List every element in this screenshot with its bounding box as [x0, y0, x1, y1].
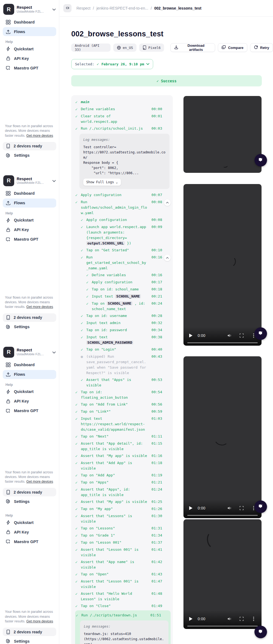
sidebar-item-settings[interactable]: Settings: [3, 150, 56, 161]
volume-icon[interactable]: [226, 506, 233, 510]
step-row[interactable]: ✓Tap on "Close"01:49: [75, 603, 171, 610]
step-row[interactable]: ✓Clear state of world.respect.app00:01: [75, 113, 171, 125]
workspace-switcher[interactable]: R Respect UstadMobile FZL...: [3, 171, 56, 188]
compare-button[interactable]: Compare: [218, 43, 247, 52]
step-row[interactable]: ✓Apply configuration00:08: [81, 217, 171, 223]
video-surface[interactable]: 0:00: [183, 356, 262, 518]
step-row[interactable]: ✓Tap on "Lesson 001"01:37: [75, 539, 171, 546]
step-row[interactable]: ✓Apply configuration00:07: [75, 192, 171, 199]
volume-icon[interactable]: [226, 617, 233, 621]
sidebar-item-quickstart[interactable]: Quickstart: [3, 387, 56, 396]
sidebar-item-settings[interactable]: Settings: [3, 322, 56, 332]
sidebar-item-dashboard[interactable]: Dashboard: [3, 360, 56, 369]
sidebar-item-dashboard[interactable]: Dashboard: [3, 189, 56, 198]
step-row[interactable]: ✓Tap on "Apps"01:21: [75, 479, 171, 486]
play-button[interactable]: [187, 333, 194, 338]
devices-ready-status[interactable]: 2 devices ready: [3, 313, 56, 322]
sidebar-item-flows[interactable]: Flows: [3, 370, 56, 379]
sidebar-item-flows[interactable]: Flows: [3, 199, 56, 208]
step-row[interactable]: ✓Assert that "App name" is visible01:42: [75, 559, 171, 571]
fullscreen-icon[interactable]: [238, 617, 245, 621]
sidebar-item-api-key[interactable]: API Key: [3, 528, 56, 537]
sidebar-item-quickstart[interactable]: Quickstart: [3, 518, 56, 527]
assistant-fab-button[interactable]: [254, 327, 267, 340]
sidebar-item-api-key[interactable]: API Key: [3, 54, 56, 63]
step-row[interactable]: ✓Assert that "My app" is visible01:25: [75, 499, 171, 505]
step-row[interactable]: ✓Tap on "Grade 1"01:34: [75, 532, 171, 539]
video-surface[interactable]: [183, 96, 262, 173]
step-row[interactable]: ✓Tap on "Add App"01:19: [75, 472, 171, 479]
step-row[interactable]: ✓Tap on "Get Started"00:10: [81, 247, 171, 254]
step-row[interactable]: ✓Tap on "Add from Link"00:56: [75, 401, 171, 408]
devices-ready-status[interactable]: 2 devices ready: [3, 488, 56, 496]
collapse-step-button[interactable]: [164, 199, 171, 206]
step-row[interactable]: ✓Assert that "Lesson 001" is visible01:4…: [75, 578, 171, 590]
sidebar-item-flows[interactable]: Flows: [3, 27, 56, 36]
collapse-sidebar-button[interactable]: [63, 4, 72, 12]
step-row[interactable]: ✓Tap on "My app"01:26: [75, 506, 171, 512]
retry-button[interactable]: Retry: [250, 43, 273, 52]
video-surface[interactable]: 0:00: [183, 519, 262, 629]
breadcrumb-run[interactable]: jenkins-RESPECT-end-to-en...: [96, 6, 148, 10]
step-row[interactable]: ✓Input text SCHOOL_ADMIN_PASSWORD00:38: [81, 334, 171, 346]
step-row[interactable]: ✓Run /./scripts/teardown.js01:51: [76, 612, 170, 619]
get-more-devices-link[interactable]: Get more devices: [26, 619, 53, 623]
step-row[interactable]: ✓Run get_started_select_school_by_name.y…: [81, 254, 171, 272]
play-button[interactable]: [187, 617, 194, 621]
kebab-menu-icon[interactable]: [250, 617, 257, 621]
step-row[interactable]: ✓Input text https://respect.world/respec…: [75, 415, 171, 433]
step-row[interactable]: ✓Tap on "Next"01:11: [75, 433, 171, 440]
sidebar-item-quickstart[interactable]: Quickstart: [3, 216, 56, 225]
step-row[interactable]: ✓Assert that "Hello World Lesson" is vis…: [75, 590, 171, 602]
get-more-devices-link[interactable]: Get more devices: [26, 134, 53, 138]
run-selector-dropdown[interactable]: Selected: ✓ February 26, 9:10 pm: [71, 59, 153, 69]
step-row[interactable]: ●(skipped) Run save_password_prompt_canc…: [81, 353, 171, 376]
assistant-fab-button[interactable]: [254, 154, 267, 167]
assistant-fab-button[interactable]: [254, 500, 267, 513]
step-row[interactable]: ✓Tap on SCHOOL_NAME , id: school_name_te…: [86, 300, 171, 312]
step-row[interactable]: ✓Assert that "Add App" is visible01:18: [75, 460, 171, 472]
video-surface[interactable]: 0:00: [183, 184, 262, 346]
video-progress-bar[interactable]: [187, 515, 258, 516]
sidebar-item-dashboard[interactable]: Dashboard: [3, 18, 56, 27]
fullscreen-icon[interactable]: [238, 333, 245, 338]
step-row[interactable]: ✓Tap on id: password00:34: [81, 327, 171, 334]
step-row[interactable]: ✓Tap on "Link*"00:59: [75, 408, 171, 415]
step-row[interactable]: ✓Assert that "My app" is visible01:16: [75, 453, 171, 459]
sidebar-item-maestro-gpt[interactable]: Maestro GPT: [3, 537, 56, 546]
step-row[interactable]: ✓Launch app world.respect.app (launch ar…: [81, 224, 171, 247]
step-row[interactable]: ✓Tap on id: floating_action_button00:54: [75, 389, 171, 401]
devices-ready-status[interactable]: 2 devices ready: [3, 142, 56, 150]
video-progress-bar[interactable]: [187, 342, 258, 343]
sidebar-item-api-key[interactable]: API Key: [3, 225, 56, 234]
get-more-devices-link[interactable]: Get more devices: [26, 480, 53, 483]
step-row[interactable]: ✓Apply configuration00:17: [86, 279, 171, 286]
sidebar-item-quickstart[interactable]: Quickstart: [3, 44, 56, 53]
sidebar-item-settings[interactable]: Settings: [3, 636, 56, 644]
step-row[interactable]: ✓Input text admin00:32: [81, 320, 171, 327]
step-row[interactable]: ✓main: [75, 99, 171, 106]
fullscreen-icon[interactable]: [238, 506, 245, 510]
breadcrumb-workspace[interactable]: Respect: [76, 6, 90, 10]
workspace-switcher[interactable]: R Respect UstadMobile FZL...: [3, 343, 56, 360]
step-row[interactable]: ✓Tap on id: school_name00:18: [86, 286, 171, 293]
workspace-switcher[interactable]: R Respect UstadMobile FZL...: [3, 0, 56, 17]
sidebar-item-maestro-gpt[interactable]: Maestro GPT: [3, 406, 56, 415]
sidebar-item-api-key[interactable]: API Key: [3, 397, 56, 406]
show-full-logs-button[interactable]: Show Full Logs ⌄: [83, 179, 121, 186]
step-row[interactable]: ✓Assert that "Lessons" is visible01:30: [75, 513, 171, 525]
sidebar-item-maestro-gpt[interactable]: Maestro GPT: [3, 63, 56, 72]
download-artifacts-button[interactable]: Download artifacts: [170, 43, 215, 52]
step-row[interactable]: ✓Run /./scripts/school_init.js00:03: [75, 125, 171, 132]
step-row[interactable]: ✓Tap on "Open"01:43: [75, 571, 171, 578]
step-row[interactable]: ✓Tap on "Login"00:40: [81, 346, 171, 353]
video-progress-bar[interactable]: [187, 626, 258, 627]
sidebar-item-settings[interactable]: Settings: [3, 496, 56, 506]
step-row[interactable]: ✓Assert that "Lesson 001" is visible01:4…: [75, 546, 171, 558]
play-button[interactable]: [187, 506, 194, 510]
step-row[interactable]: ✓Tap on id: username00:28: [81, 313, 171, 319]
step-row[interactable]: ✓Define variables00:16: [86, 272, 171, 279]
assistant-fab-button[interactable]: [254, 626, 267, 638]
get-more-devices-link[interactable]: Get more devices: [26, 305, 53, 309]
step-row[interactable]: ✓Assert that "App detail", id: app_title…: [75, 440, 171, 452]
